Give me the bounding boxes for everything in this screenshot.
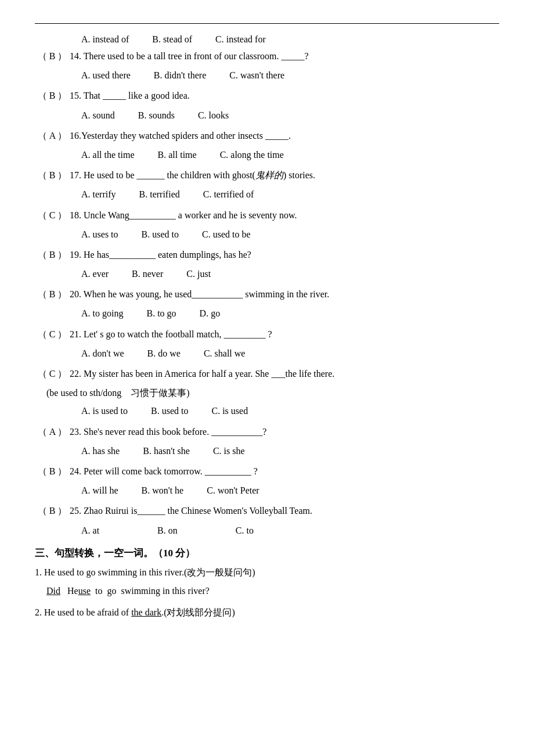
- note-22: (be used to sth/dong 习惯于做某事): [46, 385, 499, 401]
- answer-22: （ C ）: [35, 366, 70, 381]
- question-text-18: 18. Uncle Wang__________ a worker and he…: [70, 207, 499, 223]
- question-15: （ B ） 15. That _____ like a good idea.: [35, 88, 499, 103]
- opt-21b: B. do we: [147, 345, 181, 361]
- options-15: A. sound B. sounds C. looks: [81, 107, 499, 123]
- question-text-17: 17. He used to be ______ the children wi…: [70, 167, 499, 183]
- answer-17: （ B ）: [35, 167, 70, 183]
- question-text-15: 15. That _____ like a good idea.: [70, 88, 499, 103]
- opt-17b: B. terrified: [139, 186, 180, 202]
- opt-20d: D. go: [200, 305, 221, 321]
- options-16: A. all the time B. all time C. along the…: [81, 147, 499, 163]
- option-c: C. instead for: [215, 34, 266, 45]
- answer-use: use: [78, 586, 91, 596]
- opt-23c: C. is she: [213, 443, 245, 459]
- question-23: （ A ） 23. She's never read this book bef…: [35, 424, 499, 440]
- options-24: A. will he B. won't he C. won't Peter: [81, 483, 499, 498]
- opt-24b: B. won't he: [142, 483, 184, 498]
- options-22: A. is used to B. used to C. is used: [81, 403, 499, 419]
- question-text-24: 24. Peter will come back tomorrow. _____…: [70, 463, 499, 479]
- question-24: （ B ） 24. Peter will come back tomorrow.…: [35, 463, 499, 479]
- options-17: A. terrify B. terrified C. terrified of: [81, 186, 499, 202]
- opt-14c: C. wasn't there: [229, 67, 284, 83]
- options-18: A. uses to B. used to C. used to be: [81, 226, 499, 242]
- answer-did: Did: [46, 586, 60, 596]
- question-text-16: 16.Yesterday they watched spiders and ot…: [70, 128, 499, 143]
- opt-19b: B. never: [132, 266, 163, 282]
- sub-q1-answer: Did Heuse to go swimming in this river?: [46, 583, 499, 600]
- question-21: （ C ） 21. Let' s go to watch the footbal…: [35, 326, 499, 342]
- opt-16b: B. all time: [158, 147, 197, 163]
- opt-14a: A. used there: [81, 67, 131, 83]
- options-23: A. has she B. hasn't she C. is she: [81, 443, 499, 459]
- top-divider: [35, 23, 499, 24]
- sub-q1: 1. He used to go swimming in this river.…: [35, 564, 499, 600]
- question-text-14: 14. There used to be a tall tree in fron…: [70, 48, 499, 64]
- question-17: （ B ） 17. He used to be ______ the child…: [35, 167, 499, 183]
- answer-18: （ C ）: [35, 207, 70, 223]
- options-row-0: A. instead of B. stead of C. instead for: [81, 34, 499, 45]
- opt-16a: A. all the time: [81, 147, 135, 163]
- opt-15a: A. sound: [81, 107, 115, 123]
- opt-14b: B. didn't there: [154, 67, 206, 83]
- answer-20: （ B ）: [35, 286, 70, 302]
- opt-17a: A. terrify: [81, 186, 116, 202]
- opt-21a: A. don't we: [81, 345, 124, 361]
- question-16: （ A ） 16.Yesterday they watched spiders …: [35, 128, 499, 143]
- answer-19: （ B ）: [35, 247, 70, 262]
- opt-21c: C. shall we: [204, 345, 246, 361]
- opt-23a: A. has she: [81, 443, 120, 459]
- section-3-header: 三、句型转换，一空一词。（10 分）: [35, 546, 499, 560]
- question-18: （ C ） 18. Uncle Wang__________ a worker …: [35, 207, 499, 223]
- answer-15: （ B ）: [35, 88, 70, 103]
- opt-19c: C. just: [186, 266, 211, 282]
- opt-20b: B. to go: [146, 305, 176, 321]
- sub-q2-text: 2. He used to be afraid of the dark.(对划线…: [35, 604, 499, 621]
- opt-23b: B. hasn't she: [143, 443, 190, 459]
- opt-25a: A. at: [81, 523, 99, 538]
- options-14: A. used there B. didn't there C. wasn't …: [81, 67, 499, 83]
- options-25: A. at B. on C. to: [81, 523, 499, 538]
- question-text-19: 19. He has__________ eaten dumplings, ha…: [70, 247, 499, 262]
- question-19: （ B ） 19. He has__________ eaten dumplin…: [35, 247, 499, 262]
- answer-16: （ A ）: [35, 128, 70, 143]
- opt-22a: A. is used to: [81, 403, 128, 419]
- sub-q1-text: 1. He used to go swimming in this river.…: [35, 564, 499, 581]
- opt-15c: C. looks: [198, 107, 229, 123]
- question-text-20: 20. When he was young, he used__________…: [70, 286, 499, 302]
- opt-24a: A. will he: [81, 483, 118, 498]
- opt-25b: B. on: [157, 523, 178, 538]
- opt-25c: C. to: [236, 523, 254, 538]
- question-text-22: 22. My sister has been in America for ha…: [70, 366, 499, 381]
- opt-15b: B. sounds: [138, 107, 175, 123]
- options-20: A. to going B. to go D. go: [81, 305, 499, 321]
- question-text-25: 25. Zhao Ruirui is______ the Chinese Wom…: [70, 503, 499, 519]
- option-b: B. stead of: [152, 34, 192, 45]
- question-20: （ B ） 20. When he was young, he used____…: [35, 286, 499, 302]
- opt-22c: C. is used: [211, 403, 248, 419]
- answer-14: （ B ）: [35, 48, 70, 64]
- opt-24c: C. won't Peter: [207, 483, 259, 498]
- question-14: （ B ） 14. There used to be a tall tree i…: [35, 48, 499, 64]
- opt-18a: A. uses to: [81, 226, 118, 242]
- opt-16c: C. along the time: [220, 147, 284, 163]
- option-a: A. instead of: [81, 34, 129, 45]
- answer-24: （ B ）: [35, 463, 70, 479]
- opt-22b: B. used to: [151, 403, 188, 419]
- sub-q2: 2. He used to be afraid of the dark.(对划线…: [35, 604, 499, 621]
- question-22: （ C ） 22. My sister has been in America …: [35, 366, 499, 381]
- question-text-23: 23. She's never read this book before. _…: [70, 424, 499, 440]
- opt-18c: C. used to be: [202, 226, 251, 242]
- opt-20a: A. to going: [81, 305, 123, 321]
- answer-21: （ C ）: [35, 326, 70, 342]
- question-25: （ B ） 25. Zhao Ruirui is______ the Chine…: [35, 503, 499, 519]
- opt-19a: A. ever: [81, 266, 109, 282]
- opt-18b: B. used to: [142, 226, 179, 242]
- options-21: A. don't we B. do we C. shall we: [81, 345, 499, 361]
- answer-25: （ B ）: [35, 503, 70, 519]
- opt-17c: C. terrified of: [203, 186, 254, 202]
- options-19: A. ever B. never C. just: [81, 266, 499, 282]
- answer-23: （ A ）: [35, 424, 70, 440]
- question-text-21: 21. Let' s go to watch the football matc…: [70, 326, 499, 342]
